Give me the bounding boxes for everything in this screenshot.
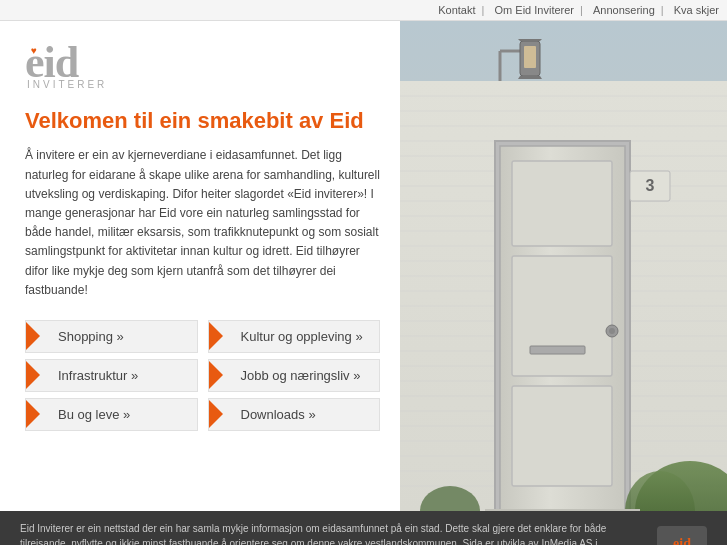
arrow-icon-jobb (209, 361, 223, 389)
hero-image: 3 (400, 21, 727, 511)
menu-grid: Shopping » Kultur og oppleving » Infrast… (25, 320, 380, 431)
arrow-icon-downloads (209, 400, 223, 428)
nav-separator-2: | (580, 4, 583, 16)
menu-btn-shopping[interactable]: Shopping » (25, 320, 198, 353)
footer-bar: Eid Inviterer er ein nettstad der ein ha… (0, 511, 727, 545)
top-navigation: Kontakt | Om Eid Inviterer | Annonsering… (0, 0, 727, 21)
nav-separator-3: | (661, 4, 664, 16)
svg-marker-34 (518, 76, 542, 79)
menu-btn-shopping-label: Shopping » (58, 329, 124, 344)
logo-heart-icon: ♥ (31, 45, 37, 56)
main-wrapper: eid ♥ INVITERER Velkomen til ein smakebi… (0, 21, 727, 511)
footer-text: Eid Inviterer er ein nettstad der ein ha… (20, 521, 637, 545)
svg-rect-39 (512, 386, 612, 486)
door-scene: 3 (400, 21, 727, 511)
menu-btn-bu-label: Bu og leve » (58, 407, 130, 422)
arrow-icon-infrastruktur (26, 361, 40, 389)
svg-rect-48 (485, 509, 640, 511)
logo-graphic: eid ♥ (25, 41, 78, 85)
svg-rect-42 (530, 346, 585, 354)
page-title: Velkomen til ein smakebit av Eid (25, 108, 380, 134)
menu-btn-bu[interactable]: Bu og leve » (25, 398, 198, 431)
menu-btn-infrastruktur-label: Infrastruktur » (58, 368, 138, 383)
svg-rect-38 (512, 256, 612, 376)
svg-rect-37 (512, 161, 612, 246)
arrow-icon-kultur (209, 322, 223, 350)
menu-btn-downloads-label: Downloads » (241, 407, 316, 422)
arrow-icon-bu (26, 400, 40, 428)
footer-logo-text: eid (673, 533, 691, 545)
menu-btn-infrastruktur[interactable]: Infrastruktur » (25, 359, 198, 392)
nav-kva-skjer[interactable]: Kva skjer (674, 4, 719, 16)
logo-area: eid ♥ INVITERER (25, 41, 380, 90)
nav-om-eid[interactable]: Om Eid Inviterer (495, 4, 574, 16)
menu-btn-downloads[interactable]: Downloads » (208, 398, 381, 431)
footer-logo: eid (657, 526, 707, 545)
menu-btn-jobb[interactable]: Jobb og næringsliv » (208, 359, 381, 392)
menu-btn-kultur[interactable]: Kultur og oppleving » (208, 320, 381, 353)
left-content: eid ♥ INVITERER Velkomen til ein smakebi… (0, 21, 400, 511)
intro-text: Å invitere er ein av kjerneverdiane i ei… (25, 146, 380, 300)
nav-separator-1: | (482, 4, 485, 16)
svg-point-41 (609, 328, 615, 334)
svg-text:3: 3 (646, 177, 655, 194)
wall-svg: 3 (400, 21, 727, 511)
svg-marker-33 (518, 39, 542, 41)
nav-annonsering[interactable]: Annonsering (593, 4, 655, 16)
menu-btn-kultur-label: Kultur og oppleving » (241, 329, 363, 344)
logo-inviterer-text: INVITERER (27, 79, 380, 90)
arrow-icon-shopping (26, 322, 40, 350)
nav-kontakt[interactable]: Kontakt (438, 4, 475, 16)
svg-rect-32 (524, 46, 536, 68)
menu-btn-jobb-label: Jobb og næringsliv » (241, 368, 361, 383)
